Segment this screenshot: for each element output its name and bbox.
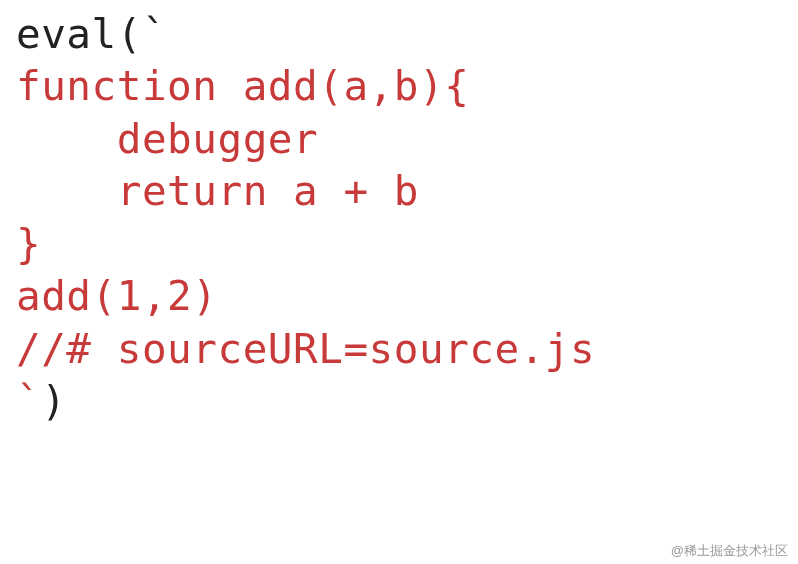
code-line-7: //# sourceURL=source.js xyxy=(16,325,595,373)
code-line-8-paren: ) xyxy=(41,377,66,425)
code-line-4: return a + b xyxy=(16,167,419,215)
watermark-text: @稀土掘金技术社区 xyxy=(671,542,788,560)
code-line-3: debugger xyxy=(16,115,318,163)
code-line-5: } xyxy=(16,220,41,268)
code-line-8-tick: ` xyxy=(16,377,41,425)
code-line-2: function add(a,b){ xyxy=(16,62,469,110)
code-line-6: add(1,2) xyxy=(16,272,217,320)
code-snippet: eval(` function add(a,b){ debugger retur… xyxy=(0,0,798,436)
code-line-1: eval(` xyxy=(16,10,167,58)
